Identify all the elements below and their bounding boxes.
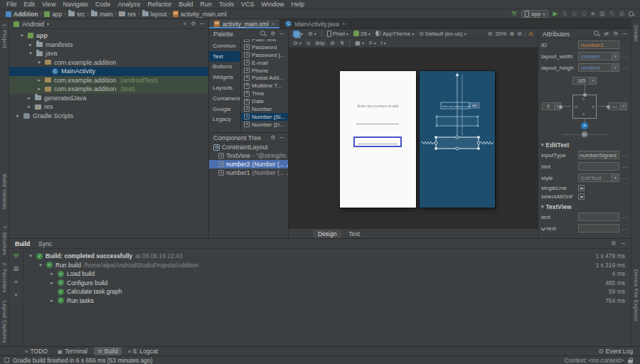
- left-constraint-icon[interactable]: »: [575, 105, 577, 109]
- build-row-root[interactable]: ▾✓ Build: completed successfullyat 08.06…: [23, 252, 631, 261]
- menu-help[interactable]: Help: [288, 1, 309, 8]
- sdk-manager-icon[interactable]: ⊞: [619, 10, 624, 18]
- component-number1[interactable]: number1(Number (...⚠: [209, 168, 288, 177]
- style-dropdown[interactable]: EditText▾: [578, 173, 619, 182]
- stop-icon[interactable]: ■: [591, 10, 594, 18]
- tab-sync[interactable]: Sync: [38, 240, 52, 247]
- apply-changes-icon[interactable]: ↯: [562, 10, 567, 18]
- guidelines-selector[interactable]: I▾: [381, 40, 386, 46]
- category-containers[interactable]: Containers: [209, 93, 240, 104]
- menu-run[interactable]: Run: [197, 1, 216, 8]
- toolwindow-switcher-icon[interactable]: [4, 358, 9, 363]
- search-icon[interactable]: [594, 31, 599, 36]
- run-config-selector[interactable]: app ▾: [521, 10, 548, 18]
- palette-item-time[interactable]: Time: [241, 90, 288, 97]
- render-warning-icon[interactable]: ⚠: [528, 31, 533, 37]
- project-view-selector[interactable]: Android: [22, 21, 44, 28]
- text-field[interactable]: [578, 213, 619, 221]
- zoom-out-button[interactable]: ⊖: [488, 31, 493, 37]
- tool-button-gradle[interactable]: Gradle: [633, 25, 639, 42]
- menu-code[interactable]: Code: [92, 1, 114, 8]
- layout-width-dropdown[interactable]: content▾: [578, 52, 619, 60]
- tab-build-output[interactable]: Build: [15, 240, 30, 247]
- palette-item-postal[interactable]: Postal Add...: [241, 74, 288, 82]
- tool-button-terminal[interactable]: ▣Terminal: [54, 347, 91, 355]
- category-buttons[interactable]: Buttons: [209, 62, 240, 73]
- section-edittext[interactable]: ▾EditText: [538, 140, 631, 149]
- top-constraint-icon[interactable]: »: [581, 98, 586, 101]
- build-row-calculate-task-graph[interactable]: ✓ Calculate task graph 59 ms: [23, 287, 631, 296]
- clear-constraints-button[interactable]: ⊘: [330, 40, 335, 46]
- hide-panel-icon[interactable]: ─: [279, 134, 284, 141]
- breadcrumb-project[interactable]: Addition: [4, 11, 39, 18]
- zoom-fit-button[interactable]: ⊘: [517, 31, 522, 37]
- design-mode-selector[interactable]: ▾: [293, 31, 303, 37]
- tree-item-gradle-scripts[interactable]: ▸Gradle Scripts: [9, 112, 208, 121]
- tree-item-java[interactable]: ▾java: [9, 49, 208, 58]
- breadcrumb-file[interactable]: activity_main.xml: [171, 11, 228, 18]
- hide-panel-icon[interactable]: ─: [279, 31, 284, 37]
- palette-item-number[interactable]: Number: [241, 105, 288, 113]
- menu-vcs[interactable]: VCS: [238, 1, 258, 8]
- tool-button-project[interactable]: 1: Project: [1, 23, 8, 48]
- const­raint-box[interactable]: » « » «: [572, 95, 597, 119]
- event-log-button[interactable]: ⊙Event Log: [599, 348, 640, 355]
- component-textview[interactable]: TextView- "@string/m...: [209, 151, 288, 160]
- build-row-run-tasks[interactable]: ▸✓ Run tasks 764 ms: [23, 296, 631, 306]
- hint-field[interactable]: [578, 162, 619, 171]
- tool-button-device-file-explorer[interactable]: Device File Explorer: [633, 269, 639, 321]
- hide-panel-icon[interactable]: ─: [621, 240, 625, 247]
- tool-button-todo[interactable]: ≡TODO: [21, 347, 51, 355]
- tree-item-package-test[interactable]: ▸com.example.addition(test): [9, 85, 208, 94]
- left-anchor[interactable]: [559, 105, 562, 109]
- gear-icon[interactable]: ⚙: [270, 134, 275, 141]
- blueprint-view-preview[interactable]: Enter two numbers to add 165: [420, 71, 495, 208]
- component-number2[interactable]: number2(Number (...⚠: [209, 160, 288, 168]
- tree-item-package[interactable]: ▾com.example.addition: [9, 58, 208, 68]
- build-row-load-build[interactable]: ▸✓ Load build 4 ms: [23, 269, 631, 279]
- pack-selector[interactable]: ▦▾: [355, 40, 364, 46]
- tree-item-res[interactable]: ▸res: [9, 102, 208, 112]
- singleline-checkbox[interactable]: [578, 185, 585, 191]
- right-anchor[interactable]: [607, 105, 610, 109]
- breadcrumb-main[interactable]: main: [90, 11, 114, 18]
- default-margin-selector[interactable]: 8dp: [316, 40, 325, 46]
- preview-edittext-number2-selected[interactable]: [353, 136, 402, 147]
- swap-panel-icon[interactable]: ⇄: [604, 31, 609, 37]
- tool-button-structure[interactable]: 7: Structure: [1, 225, 8, 255]
- tools-text-field[interactable]: [578, 224, 619, 232]
- gear-icon[interactable]: ⚙: [611, 240, 616, 247]
- id-field[interactable]: number2: [578, 41, 619, 49]
- bottom-constraint-icon[interactable]: «: [581, 113, 586, 116]
- palette-item-email[interactable]: E-mail: [241, 59, 288, 67]
- palette-item-multiline[interactable]: Multiline T...: [241, 82, 288, 90]
- palette-item-password[interactable]: Password: [241, 43, 288, 51]
- close-icon[interactable]: ×: [272, 21, 275, 27]
- breadcrumb-res[interactable]: res: [117, 11, 137, 18]
- device-selector[interactable]: Pixel▾: [327, 31, 348, 37]
- close-icon[interactable]: ×: [342, 21, 346, 27]
- category-layouts[interactable]: Layouts: [209, 82, 240, 93]
- gear-icon[interactable]: ⚙: [613, 31, 618, 37]
- tree-item-generatedjava[interactable]: ▸generatedJava: [9, 94, 208, 103]
- tab-text[interactable]: Text: [343, 230, 365, 238]
- view-options-selector[interactable]: ⊙▾: [293, 40, 302, 46]
- category-common[interactable]: Common: [209, 41, 240, 51]
- sync-gradle-icon[interactable]: ↻: [609, 10, 615, 18]
- top-anchor[interactable]: [583, 93, 587, 97]
- right-constraint-icon[interactable]: «: [592, 105, 594, 109]
- menu-tools[interactable]: Tools: [215, 1, 238, 8]
- build-row-run-build[interactable]: ▾✓ Run build/home/alpa/AndroidStudioProj…: [23, 261, 631, 270]
- autoconnect-toggle[interactable]: ∪: [306, 40, 311, 46]
- inputtype-field[interactable]: numberSigned: [578, 151, 619, 159]
- tree-item-app[interactable]: ▾app: [9, 31, 208, 41]
- gear-icon[interactable]: ⚙: [270, 31, 275, 37]
- tool-button-build-variants[interactable]: Build Variants: [1, 174, 8, 210]
- tab-design[interactable]: Design: [313, 230, 341, 238]
- palette-item-date[interactable]: Date: [241, 97, 288, 105]
- build-row-configure-build[interactable]: ▸✓ Configure build 485 ms: [23, 279, 631, 288]
- tool-button-favorites[interactable]: 2: Favorites: [1, 262, 8, 293]
- close-icon[interactable]: ×: [14, 291, 18, 299]
- margin-left-dropdown[interactable]: 0▾: [542, 102, 561, 110]
- tree-item-package-androidtest[interactable]: ▸com.example.addition(androidTest): [9, 76, 208, 85]
